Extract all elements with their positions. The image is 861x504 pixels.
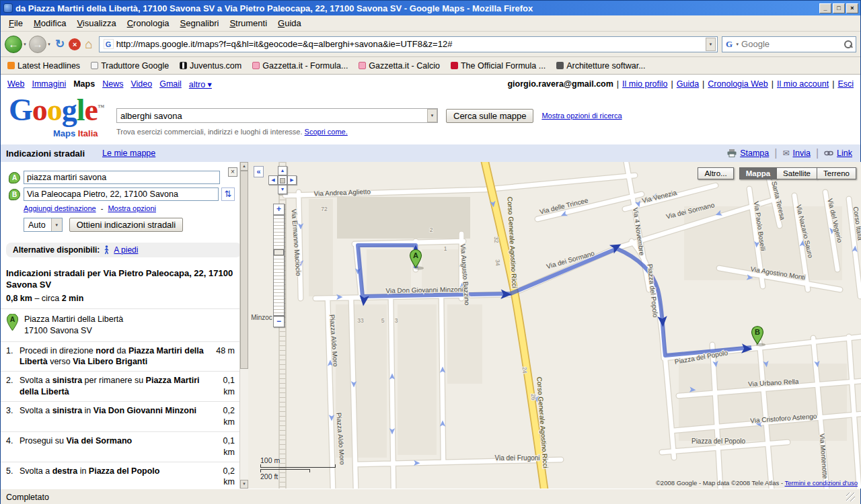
web-search-input[interactable]: [741, 39, 841, 49]
logo-letter: o: [32, 93, 47, 127]
swap-addresses-icon[interactable]: ⇅: [221, 187, 235, 201]
close-button[interactable]: ×: [846, 3, 858, 13]
service-link-gmail[interactable]: Gmail: [159, 79, 182, 89]
menu-visualizza[interactable]: Visualizza: [71, 17, 121, 30]
map-type-terrain-button[interactable]: Terreno: [817, 167, 856, 179]
map-canvas[interactable]: Via Andrea AgliettoVia delle TrinceeVia …: [248, 162, 861, 489]
back-button[interactable]: ←: [5, 36, 22, 53]
service-link-maps[interactable]: Maps: [73, 79, 95, 89]
account-link-esci[interactable]: Esci: [837, 79, 854, 89]
terms-link[interactable]: Termini e condizioni d'uso: [785, 479, 858, 487]
search-engine-icon[interactable]: G: [726, 39, 733, 50]
menu-guida[interactable]: Guida: [272, 17, 307, 30]
start-address-input[interactable]: [24, 171, 220, 184]
link-link[interactable]: Link: [837, 149, 852, 158]
print-link[interactable]: Stampa: [740, 149, 769, 158]
forward-button[interactable]: →: [29, 36, 46, 53]
street-label: 2: [430, 226, 433, 233]
sidebar-scrollbar[interactable]: ▲ ▼: [239, 162, 248, 489]
zoom-slider[interactable]: [273, 215, 285, 316]
close-icon[interactable]: ×: [228, 167, 237, 177]
pan-center-button[interactable]: [278, 175, 287, 185]
logo-subtitle: Maps Italia: [53, 128, 98, 138]
url-input[interactable]: [116, 39, 706, 49]
map-image[interactable]: Via Andrea AgliettoVia delle TrinceeVia …: [248, 162, 861, 489]
search-icon[interactable]: [843, 39, 853, 49]
direction-step[interactable]: 4.Prosegui su Via dei Sormano0,1 km: [1, 431, 248, 462]
account-link-ilmioaccount[interactable]: Il mio account: [777, 79, 829, 89]
minimize-button[interactable]: _: [819, 3, 831, 13]
service-link-altro[interactable]: altro ▾: [189, 79, 212, 89]
pan-down-button[interactable]: ▼: [278, 185, 287, 194]
end-address-input[interactable]: [24, 187, 219, 201]
menu-strumenti[interactable]: Strumenti: [224, 17, 272, 30]
account-link-cronologiaweb[interactable]: Cronologia Web: [708, 79, 768, 89]
step-text: Svolta a sinistra per rimanere su Piazza…: [20, 375, 213, 398]
collapse-panel-button[interactable]: «: [254, 166, 264, 177]
bookmark-label: Architetture softwar...: [566, 61, 645, 71]
service-link-web[interactable]: Web: [7, 79, 24, 89]
back-history-dropdown-icon[interactable]: ▼: [23, 42, 27, 46]
account-link-ilmioprofilo[interactable]: Il mio profilo: [622, 79, 667, 89]
account-link-guida[interactable]: Guida: [677, 79, 699, 89]
bookmark-label: The Official Formula ...: [461, 61, 546, 71]
direction-step[interactable]: 1.Procedi in direzione nord da Piazza Ma…: [1, 341, 248, 372]
map-type-map-button[interactable]: Mappa: [739, 167, 777, 179]
url-dropdown-icon[interactable]: ▼: [706, 38, 716, 51]
reload-button[interactable]: ↻: [55, 37, 65, 51]
home-button[interactable]: ⌂: [85, 37, 92, 52]
travel-mode-select[interactable]: Auto ▼: [24, 218, 63, 232]
zoom-in-button[interactable]: +: [273, 204, 285, 215]
bookmark-item[interactable]: Gazzetta.it - Formula...: [252, 61, 348, 71]
search-options-link[interactable]: Mostra opzioni di ricerca: [541, 112, 622, 120]
menu-bar: FileModificaVisualizzaCronologiaSegnalib…: [1, 15, 860, 32]
zoom-out-button[interactable]: −: [273, 316, 285, 327]
map-type-satellite-button[interactable]: Satellite: [776, 167, 817, 179]
learn-how-link[interactable]: Scopri come.: [305, 128, 348, 136]
service-link-immagini[interactable]: Immagini: [32, 79, 66, 89]
scrollbar-thumb[interactable]: [240, 171, 248, 369]
search-maps-button[interactable]: Cerca sulle mappe: [446, 109, 533, 123]
step-number: 5.: [6, 466, 20, 489]
street-label: 34: [494, 259, 502, 266]
maps-search-input[interactable]: [117, 111, 427, 121]
google-logo[interactable]: Google™: [9, 93, 104, 128]
scroll-down-icon[interactable]: ▼: [240, 480, 248, 489]
separator: |: [617, 79, 619, 89]
bookmark-item[interactable]: The Official Formula ...: [451, 61, 546, 71]
menu-file[interactable]: File: [3, 17, 28, 30]
menu-modifica[interactable]: Modifica: [28, 17, 71, 30]
direction-step[interactable]: 3.Svolta a sinistra in Via Don Giovanni …: [1, 401, 248, 431]
direction-step[interactable]: 2.Svolta a sinistra per rimanere su Piaz…: [1, 371, 248, 401]
bookmark-item[interactable]: Latest Headlines: [7, 61, 80, 71]
bookmark-item[interactable]: Juventus.com: [180, 61, 241, 71]
menu-cronologia[interactable]: Cronologia: [122, 17, 175, 30]
pan-left-button[interactable]: ◀: [268, 175, 278, 185]
bookmark-item[interactable]: Traduttore Google: [91, 61, 169, 71]
maximize-button[interactable]: □: [833, 3, 845, 13]
suggestions-dropdown-icon[interactable]: ▼: [427, 109, 437, 122]
pan-right-button[interactable]: ▶: [287, 175, 297, 185]
map-more-button[interactable]: Altro...: [698, 167, 733, 179]
add-destination-link[interactable]: Aggiungi destinazione: [24, 204, 96, 212]
get-directions-button[interactable]: Ottieni indicazioni stradali: [69, 218, 183, 232]
direction-step[interactable]: 5.Svolta a destra in Piazza del Popolo0,…: [1, 462, 248, 489]
bookmark-item[interactable]: Gazzetta.it - Calcio: [359, 61, 440, 71]
zoom-slider-thumb[interactable]: [274, 249, 284, 255]
stop-button[interactable]: ×: [69, 38, 81, 50]
search-engine-dropdown-icon[interactable]: ▼: [735, 42, 739, 46]
route-start-row[interactable]: A Piazza Martiri della Libertà 17100 Sav…: [1, 308, 248, 341]
resize-grip[interactable]: [846, 493, 855, 501]
pan-up-button[interactable]: ▲: [278, 166, 287, 175]
scroll-up-icon[interactable]: ▲: [240, 162, 248, 171]
send-link[interactable]: Invia: [793, 149, 811, 158]
show-options-link[interactable]: Mostra opzioni: [108, 204, 156, 212]
menu-segnalibri[interactable]: Segnalibri: [175, 17, 225, 30]
alternatives-label: Alternative disponibili:: [13, 245, 100, 255]
walking-directions-link[interactable]: A piedi: [114, 245, 138, 255]
service-link-news[interactable]: News: [102, 79, 123, 89]
bookmark-item[interactable]: Architetture softwar...: [556, 61, 645, 71]
service-link-video[interactable]: Video: [130, 79, 152, 89]
my-maps-link[interactable]: Le mie mappe: [102, 149, 155, 158]
forward-history-dropdown-icon[interactable]: ▼: [47, 42, 51, 46]
